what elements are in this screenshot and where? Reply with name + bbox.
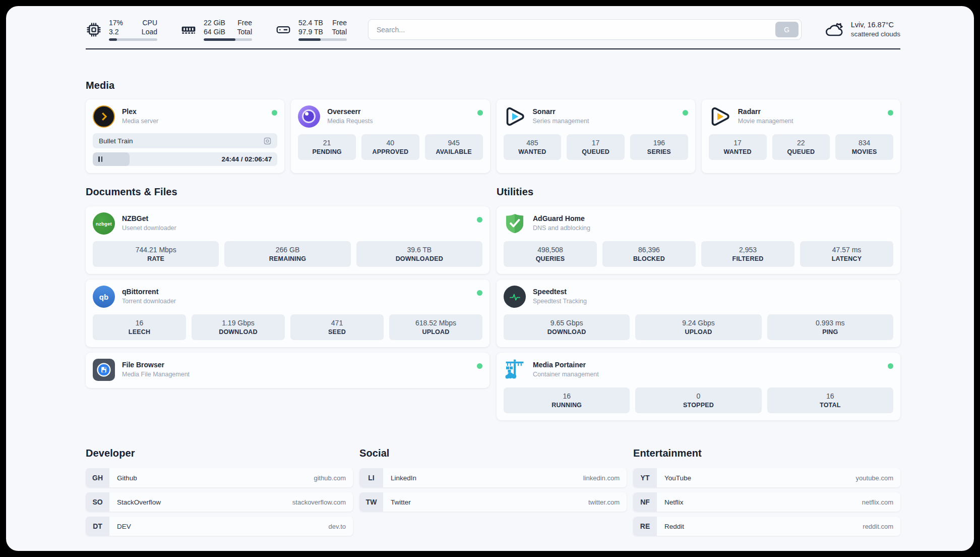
stat-box: 16TOTAL [767,387,893,413]
stat-box: 16LEECH [93,314,186,340]
section-developer: Developer GH Github github.com SO StackO… [86,448,353,536]
stat-box: 47.57 msLATENCY [800,241,893,267]
stat-label: WANTED [711,148,765,155]
filebrowser-titles: File Browser Media File Management [122,359,190,378]
radarr-card-header: Radarr Movie management [709,105,893,128]
section-social: Social LI LinkedIn linkedin.com TW Twitt… [359,448,627,512]
developer-section-title: Developer [86,448,353,459]
section-utilities: Utilities AdGuard Home DNS and adblockin… [497,186,900,420]
overseerr-stats: 21PENDING 40APPROVED 945AVAILABLE [298,134,482,160]
disk-total-value: 97.9 TB [298,27,323,36]
stat-box: 834MOVIES [835,134,893,160]
stat-box: 471SEED [290,314,384,340]
status-dot [888,110,893,116]
link-name: Netflix [664,498,862,506]
card-sonarr[interactable]: Sonarr Series management 485WANTED 17QUE… [497,99,695,173]
link-twitter[interactable]: TW Twitter twitter.com [359,492,627,512]
linkedin-abbr-icon: LI [359,468,383,487]
section-media: Media Plex Media server [86,80,900,173]
link-youtube[interactable]: YT YouTube youtube.com [633,468,900,487]
app-desc: Media File Management [122,371,190,378]
stat-label: LATENCY [802,255,891,262]
link-url: reddit.com [863,523,893,530]
link-url: stackoverflow.com [292,498,346,506]
stat-label: SERIES [632,148,686,155]
speedtest-card-header: Speedtest Speedtest Tracking [504,286,893,308]
stat-label: DOWNLOAD [194,328,283,336]
sonarr-icon [504,105,526,128]
overseerr-icon [298,105,320,128]
card-adguard[interactable]: AdGuard Home DNS and adblocking 498,508Q… [497,206,900,274]
stat-value: 40 [363,138,417,147]
nzbget-icon-text: nzbget [96,221,112,227]
radarr-titles: Radarr Movie management [738,105,793,125]
card-qbittorrent[interactable]: qb qBittorrent Torrent downloader 16LEEC… [86,280,489,347]
link-name: DEV [117,523,329,530]
link-url: github.com [314,474,346,482]
card-radarr[interactable]: Radarr Movie management 17WANTED 22QUEUE… [702,99,900,173]
card-portainer[interactable]: Media Portainer Container management 16R… [497,353,900,420]
stat-value: 471 [292,318,382,327]
cpu-load-label: Load [142,27,157,36]
mid-sections: Documents & Files nzbget NZBGet Usenet d… [86,186,900,420]
stat-box: 21PENDING [298,134,356,160]
stat-value: 485 [506,138,560,147]
link-github[interactable]: GH Github github.com [86,468,353,487]
media-section-title: Media [86,80,900,91]
app-name: Sonarr [533,107,589,116]
adguard-titles: AdGuard Home DNS and adblocking [533,212,590,232]
github-abbr-icon: GH [86,468,109,487]
app-name: Radarr [738,107,793,116]
card-overseerr[interactable]: Overseerr Media Requests 21PENDING 40APP… [291,99,489,173]
stat-box: 945AVAILABLE [425,134,483,160]
card-speedtest[interactable]: Speedtest Speedtest Tracking 9.65 GbpsDO… [497,280,900,347]
search-engine-button[interactable]: G [775,22,799,37]
stat-box: 618.52 MbpsUPLOAD [389,314,482,340]
stat-box: 17QUEUED [567,134,625,160]
card-nzbget[interactable]: nzbget NZBGet Usenet downloader 744.21 M… [86,206,489,274]
stat-label: PING [769,328,891,336]
stat-label: APPROVED [363,148,417,155]
link-url: twitter.com [588,498,620,506]
stat-box: 498,508QUERIES [504,241,597,267]
stat-label: UPLOAD [637,328,759,336]
app-desc: Media Requests [327,118,373,125]
adguard-icon [504,212,526,235]
youtube-abbr-icon: YT [633,468,657,487]
section-documents: Documents & Files nzbget NZBGet Usenet d… [86,186,489,388]
stat-label: BLOCKED [604,255,694,262]
search-input[interactable] [377,26,775,34]
nzbget-icon: nzbget [93,212,115,235]
ram-free-label: Free [237,18,252,27]
app-name: Speedtest [533,287,587,296]
search-bar: G [368,19,802,40]
netflix-abbr-icon: NF [633,492,657,512]
stat-box: 86,396BLOCKED [602,241,696,267]
link-stackoverflow[interactable]: SO StackOverflow stackoverflow.com [86,492,353,512]
cpu-widget: 17%CPU 3.2Load [86,18,157,41]
stat-label: WANTED [506,148,560,155]
now-playing-row: Bullet Train [93,133,277,148]
stat-label: DOWNLOAD [506,328,628,336]
app-desc: Movie management [738,118,793,125]
qbittorrent-stats: 16LEECH 1.19 GbpsDOWNLOAD 471SEED 618.52… [93,314,482,340]
link-reddit[interactable]: RE Reddit reddit.com [633,517,900,536]
link-linkedin[interactable]: LI LinkedIn linkedin.com [359,468,627,487]
ram-stat-text: 22 GiBFree 64 GiBTotal [204,18,252,41]
stat-value: 266 GB [226,245,348,254]
stat-value: 0.993 ms [769,318,891,327]
status-dot [477,110,483,116]
card-plex[interactable]: Plex Media server Bullet Train [86,99,284,173]
link-netflix[interactable]: NF Netflix netflix.com [633,492,900,512]
nzbget-card-header: nzbget NZBGet Usenet downloader [93,212,482,235]
link-url: dev.to [329,523,346,530]
stat-value: 17 [569,138,623,147]
sonarr-stats: 485WANTED 17QUEUED 196SERIES [504,134,688,160]
stat-box: 16RUNNING [504,387,630,413]
plex-card-header: Plex Media server [93,105,277,128]
card-filebrowser[interactable]: File Browser Media File Management [86,353,489,388]
adguard-stats: 498,508QUERIES 86,396BLOCKED 2,953FILTER… [504,241,893,267]
link-name: LinkedIn [391,474,583,482]
app-desc: Series management [533,118,589,125]
link-dev[interactable]: DT DEV dev.to [86,517,353,536]
